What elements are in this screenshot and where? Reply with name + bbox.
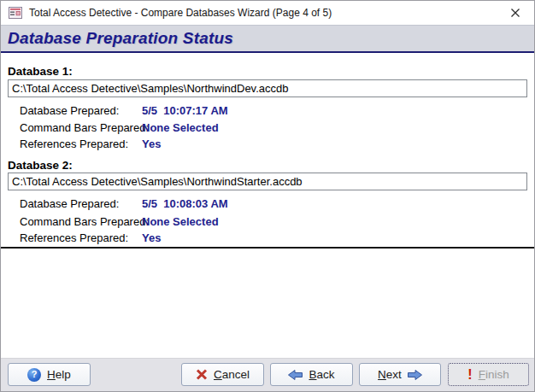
database2-heading: Database 2: [8,159,73,172]
status-label: Database Prepared: [20,104,142,118]
label-accel: H [47,368,56,381]
label-accel: C [214,368,222,381]
back-arrow-icon [288,370,303,380]
next-arrow-icon [408,370,422,380]
button-bar: ? Help Cancel Back Next ! Finish [1,358,534,391]
back-button[interactable]: Back [270,363,353,386]
status-value: None Selected [142,215,219,228]
cancel-button[interactable]: Cancel [181,363,264,386]
status-label: Command Bars Prepared: [20,215,142,229]
database1-heading: Database 1: [8,65,73,78]
page-title: Database Preparation Status [8,29,233,48]
database2-path-field[interactable] [8,173,527,190]
label-rest: ack [317,368,335,381]
label-rest: elp [56,368,71,381]
finish-button[interactable]: ! Finish [448,363,529,386]
status-row: Database Prepared:5/5 10:08:03 AM [20,197,228,211]
close-button[interactable] [496,1,534,25]
page-header: Database Preparation Status [1,25,534,53]
label-accel: F [479,368,485,381]
window-title: Total Access Detective - Compare Databas… [29,7,332,19]
status-value: Yes [142,137,161,150]
horizontal-divider [1,247,534,249]
status-label: Database Prepared: [20,197,142,211]
content-area: Database 1: Database Prepared:5/5 10:07:… [1,53,534,358]
status-value: None Selected [142,121,219,134]
status-row: References Prepared:Yes [20,137,161,151]
button-label: Help [47,368,71,381]
cancel-x-icon [196,369,208,380]
next-button[interactable]: Next [359,363,441,386]
button-label: Next [378,368,402,381]
status-value: 5/5 10:08:03 AM [142,197,228,210]
button-label: Finish [479,368,509,381]
status-row: Command Bars Prepared:None Selected [20,215,219,229]
finish-exclamation-icon: ! [467,368,472,382]
help-icon: ? [27,368,41,382]
label-rest: ancel [222,368,250,381]
label-accel: N [378,368,386,381]
database1-path-field[interactable] [8,79,527,97]
status-value: 5/5 10:07:17 AM [142,104,228,117]
status-label: Command Bars Prepared: [20,121,142,135]
close-icon [510,8,520,18]
label-rest: inish [485,368,509,381]
button-label: Cancel [214,368,250,381]
status-label: References Prepared: [20,137,142,151]
status-row: Database Prepared:5/5 10:07:17 AM [20,104,228,118]
help-button[interactable]: ? Help [8,363,91,386]
wizard-window: Total Access Detective - Compare Databas… [0,0,535,392]
button-label: Back [309,368,334,381]
app-form-icon [9,6,22,20]
status-value: Yes [142,231,161,244]
titlebar: Total Access Detective - Compare Databas… [1,1,534,25]
status-row: References Prepared:Yes [20,231,161,245]
status-row: Command Bars Prepared:None Selected [20,121,219,135]
label-rest: ext [386,368,402,381]
status-label: References Prepared: [20,231,142,245]
label-accel: B [309,368,316,381]
